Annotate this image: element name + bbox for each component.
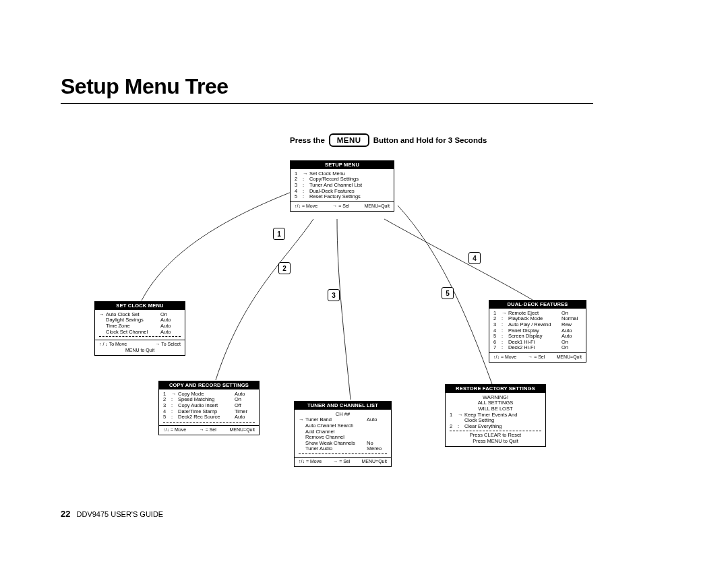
branch-num-2: 2 xyxy=(278,262,291,274)
box-setup-menu: SETUP MENU 1→Set Clock Menu 2:Copy/Recor… xyxy=(290,160,394,212)
box-title: SETUP MENU xyxy=(291,161,394,169)
box-restore-factory: RESTORE FACTORY SETTINGS WARNING! ALL SE… xyxy=(445,384,546,447)
page-number: 22 xyxy=(61,509,70,519)
box-copy-record: COPY AND RECORD SETTINGS 1→Copy ModeAuto… xyxy=(158,381,260,435)
branch-num-5: 5 xyxy=(442,287,454,299)
branch-num-3: 3 xyxy=(328,289,340,301)
box-set-clock-menu: SET CLOCK MENU →Auto Clock SetOn Dayligh… xyxy=(94,301,185,356)
page: Setup Menu Tree Press the MENU Button an… xyxy=(61,74,667,104)
footer-guide-text: DDV9475 USER'S GUIDE xyxy=(77,510,164,518)
branch-num-4: 4 xyxy=(468,252,481,264)
page-footer: 22 DDV9475 USER'S GUIDE xyxy=(61,509,163,519)
branch-num-1: 1 xyxy=(273,228,285,240)
box-dual-deck: DUAL-DECK FEATURES 1→Remote EjectOn 2:Pl… xyxy=(489,300,586,363)
box-tuner-channel: TUNER AND CHANNEL LIST CH ## →Tuner Band… xyxy=(294,401,392,467)
